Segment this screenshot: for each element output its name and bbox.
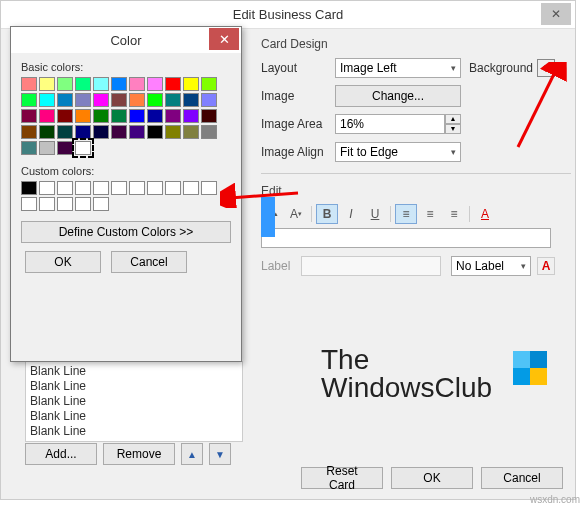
color-swatch[interactable] — [147, 109, 163, 123]
color-swatch[interactable] — [111, 125, 127, 139]
color-swatch[interactable] — [201, 93, 217, 107]
image-area-input[interactable] — [335, 114, 445, 134]
color-swatch[interactable] — [39, 93, 55, 107]
align-right-icon[interactable]: ≡ — [443, 204, 465, 224]
custom-color-swatch[interactable] — [147, 181, 163, 195]
custom-color-swatch[interactable] — [75, 181, 91, 195]
color-swatch[interactable] — [201, 109, 217, 123]
list-item[interactable]: Blank Line — [30, 424, 238, 439]
color-swatch[interactable] — [39, 125, 55, 139]
color-swatch[interactable] — [93, 125, 109, 139]
move-down-icon[interactable]: ▼ — [209, 443, 231, 465]
custom-color-swatch[interactable] — [93, 197, 109, 211]
color-swatch[interactable] — [21, 77, 37, 91]
color-swatch[interactable] — [57, 77, 73, 91]
reset-card-button[interactable]: Reset Card — [301, 467, 383, 489]
color-swatch[interactable] — [129, 125, 145, 139]
close-icon[interactable]: ✕ — [541, 3, 571, 25]
color-swatch[interactable] — [75, 93, 91, 107]
color-swatch[interactable] — [75, 77, 91, 91]
color-swatch[interactable] — [75, 109, 91, 123]
spinner-up-icon[interactable]: ▲ — [445, 114, 461, 124]
custom-color-swatch[interactable] — [129, 181, 145, 195]
color-swatch[interactable] — [201, 77, 217, 91]
color-swatch[interactable] — [129, 93, 145, 107]
font-color-icon[interactable]: A — [474, 204, 496, 224]
color-ok-button[interactable]: OK — [25, 251, 101, 273]
fields-list[interactable]: Blank Line Blank Line Blank Line Blank L… — [25, 361, 243, 442]
color-swatch[interactable] — [21, 109, 37, 123]
color-swatch[interactable] — [183, 77, 199, 91]
color-swatch[interactable] — [39, 77, 55, 91]
color-swatch[interactable] — [165, 93, 181, 107]
custom-color-swatch[interactable] — [39, 197, 55, 211]
list-item[interactable]: Blank Line — [30, 394, 238, 409]
align-left-icon[interactable]: ≡ — [395, 204, 417, 224]
custom-color-swatch[interactable] — [165, 181, 181, 195]
custom-color-swatch[interactable] — [201, 181, 217, 195]
custom-color-swatch[interactable] — [57, 181, 73, 195]
custom-color-swatch[interactable] — [75, 197, 91, 211]
color-swatch[interactable] — [21, 93, 37, 107]
close-icon[interactable]: ✕ — [209, 28, 239, 50]
ok-button[interactable]: OK — [391, 467, 473, 489]
change-button[interactable]: Change... — [335, 85, 461, 107]
custom-color-swatch[interactable] — [21, 181, 37, 195]
edit-text-field[interactable] — [261, 228, 551, 248]
color-swatch[interactable] — [129, 77, 145, 91]
color-swatch[interactable] — [183, 93, 199, 107]
spinner-down-icon[interactable]: ▼ — [445, 124, 461, 134]
image-align-dropdown[interactable]: Fit to Edge — [335, 142, 461, 162]
list-item[interactable]: Blank Line — [30, 364, 238, 379]
label-field[interactable] — [301, 256, 441, 276]
custom-color-swatch[interactable] — [183, 181, 199, 195]
custom-color-swatch[interactable] — [21, 197, 37, 211]
color-swatch[interactable] — [165, 125, 181, 139]
define-custom-colors-button[interactable]: Define Custom Colors >> — [21, 221, 231, 243]
color-swatch[interactable] — [183, 109, 199, 123]
layout-dropdown[interactable]: Image Left — [335, 58, 461, 78]
color-swatch[interactable] — [21, 141, 37, 155]
label-position-dropdown[interactable]: No Label — [451, 256, 531, 276]
custom-color-swatch[interactable] — [39, 181, 55, 195]
custom-color-swatch[interactable] — [57, 197, 73, 211]
remove-button[interactable]: Remove — [103, 443, 175, 465]
color-swatch[interactable] — [147, 93, 163, 107]
color-swatch[interactable] — [147, 77, 163, 91]
color-swatch[interactable] — [75, 125, 91, 139]
color-swatch[interactable] — [21, 125, 37, 139]
color-swatch[interactable] — [57, 125, 73, 139]
move-up-icon[interactable]: ▲ — [181, 443, 203, 465]
color-swatch[interactable] — [93, 109, 109, 123]
color-cancel-button[interactable]: Cancel — [111, 251, 187, 273]
color-swatch[interactable] — [111, 109, 127, 123]
color-swatch[interactable] — [165, 109, 181, 123]
list-item[interactable]: Blank Line — [30, 409, 238, 424]
align-center-icon[interactable]: ≡ — [419, 204, 441, 224]
color-swatch[interactable] — [111, 77, 127, 91]
list-item[interactable]: Blank Line — [30, 379, 238, 394]
color-swatch[interactable] — [93, 93, 109, 107]
underline-icon[interactable]: U — [364, 204, 386, 224]
custom-color-swatch[interactable] — [93, 181, 109, 195]
image-area-spinner[interactable]: ▲ ▼ — [335, 114, 461, 134]
italic-icon[interactable]: I — [340, 204, 362, 224]
color-swatch[interactable] — [183, 125, 199, 139]
cancel-button[interactable]: Cancel — [481, 467, 563, 489]
color-swatch[interactable] — [93, 77, 109, 91]
color-swatch[interactable] — [165, 77, 181, 91]
color-swatch[interactable] — [111, 93, 127, 107]
label-color-icon[interactable]: A — [537, 257, 555, 275]
color-swatch[interactable] — [129, 109, 145, 123]
color-swatch[interactable] — [147, 125, 163, 139]
add-button[interactable]: Add... — [25, 443, 97, 465]
color-swatch[interactable] — [39, 109, 55, 123]
bold-icon[interactable]: B — [316, 204, 338, 224]
color-swatch[interactable] — [201, 125, 217, 139]
color-swatch[interactable] — [75, 141, 91, 155]
color-swatch[interactable] — [57, 109, 73, 123]
color-swatch[interactable] — [57, 141, 73, 155]
color-swatch[interactable] — [57, 93, 73, 107]
color-swatch[interactable] — [39, 141, 55, 155]
custom-color-swatch[interactable] — [111, 181, 127, 195]
